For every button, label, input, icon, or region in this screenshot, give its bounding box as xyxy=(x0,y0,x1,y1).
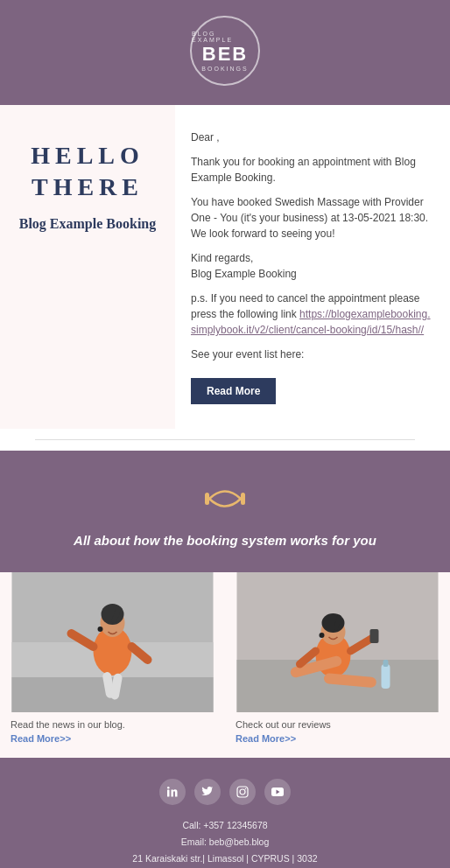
para2: You have booked Swedish Massage with Pro… xyxy=(191,194,431,242)
svg-rect-1 xyxy=(241,493,245,505)
instagram-icon[interactable] xyxy=(229,779,256,805)
footer-address: 21 Karaiskaki str.| Limassol | CYPRUS | … xyxy=(132,850,317,867)
footer: Call: +357 12345678 Email: beb@beb.blog … xyxy=(0,758,450,868)
svg-rect-0 xyxy=(205,493,209,505)
cards-section: Read the news in our blog. Read More>> xyxy=(0,572,450,758)
youtube-icon[interactable] xyxy=(264,779,291,805)
banner-section: All about how the booking system works f… xyxy=(0,451,450,572)
read-more-button[interactable]: Read More xyxy=(191,378,276,404)
booking-name: Blog Example Booking xyxy=(19,214,156,234)
card-2: Check out our reviews Read More>> xyxy=(225,572,450,758)
footer-text: Call: +357 12345678 Email: beb@beb.blog … xyxy=(132,817,317,868)
para5: See your event list here: xyxy=(191,346,431,362)
twitter-icon[interactable] xyxy=(194,779,221,805)
hello-there-text: HELLO THERE xyxy=(31,140,144,204)
para1: Thank you for booking an appointment wit… xyxy=(191,154,431,186)
svg-rect-22 xyxy=(382,664,390,689)
divider-container xyxy=(0,429,450,451)
banner-text: All about how the booking system works f… xyxy=(74,533,376,548)
para4: p.s. If you need to cancel the appointme… xyxy=(191,290,431,338)
footer-email: Email: beb@beb.blog xyxy=(132,834,317,850)
svg-point-13 xyxy=(98,626,103,632)
card-1-link[interactable]: Read More>> xyxy=(11,733,214,744)
logo: BLOG EXAMPLE BEB BOOKINGS xyxy=(190,16,260,86)
svg-rect-28 xyxy=(167,790,170,797)
svg-rect-20 xyxy=(370,629,379,643)
svg-rect-30 xyxy=(237,787,248,797)
social-icons xyxy=(159,779,291,805)
svg-point-31 xyxy=(240,789,245,794)
footer-call: Call: +357 12345678 xyxy=(132,817,317,834)
jump-rope-icon xyxy=(203,475,247,524)
divider xyxy=(35,439,415,440)
svg-rect-23 xyxy=(383,660,389,667)
para3: Kind regards, Blog Example Booking xyxy=(191,250,431,282)
greeting: Dear , xyxy=(191,130,431,145)
card-2-link[interactable]: Read More>> xyxy=(236,733,439,744)
card-2-caption: Check out our reviews xyxy=(236,719,439,730)
logo-bottom-text: BOOKINGS xyxy=(201,66,248,72)
main-content: HELLO THERE Blog Example Booking Dear , … xyxy=(0,105,450,429)
card-2-image xyxy=(236,572,439,712)
card-1-image xyxy=(11,572,214,712)
card-1: Read the news in our blog. Read More>> xyxy=(0,572,225,758)
logo-top-text: BLOG EXAMPLE xyxy=(192,31,258,43)
svg-point-27 xyxy=(320,633,325,638)
right-panel: Dear , Thank you for booking an appointm… xyxy=(175,105,450,429)
left-panel: HELLO THERE Blog Example Booking xyxy=(0,105,175,429)
linkedin-icon[interactable] xyxy=(159,779,186,805)
header: BLOG EXAMPLE BEB BOOKINGS xyxy=(0,0,450,105)
logo-main-text: BEB xyxy=(202,43,248,66)
svg-point-29 xyxy=(167,787,170,789)
card-1-caption: Read the news in our blog. xyxy=(11,719,214,730)
svg-point-32 xyxy=(245,788,247,790)
